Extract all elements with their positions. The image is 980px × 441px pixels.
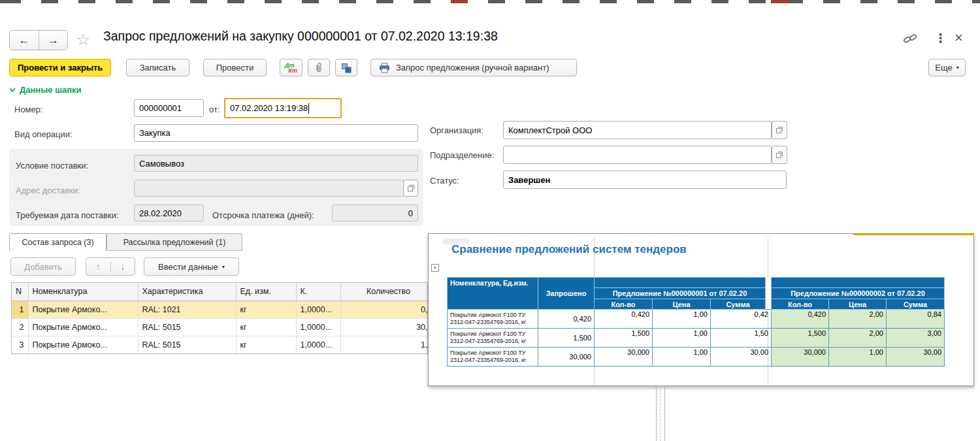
offer1-price-header: Цена	[653, 299, 711, 310]
move-row-buttons: ↑ ↓	[86, 257, 135, 276]
offer2-price-header: Цена	[829, 299, 887, 310]
postings-dtkt-button[interactable]: ДтКт	[280, 59, 302, 76]
cmp-data-row: Покрытие Армокот F100 ТУ2312-047-2335476…	[448, 310, 945, 329]
text-caret	[308, 103, 309, 114]
cmp-header-row-1: Номенклатура, Ед.изм. Запрошено	[448, 278, 945, 288]
page-gap	[766, 278, 772, 310]
delivery-condition-label: Условие поставки:	[16, 161, 88, 171]
department-label: Подразделение:	[430, 150, 494, 160]
col-nomenclature[interactable]: Номенклатура	[28, 283, 138, 301]
move-down-button[interactable]: ↓	[110, 261, 135, 272]
nomenclature-cell: Покрытие Армокот F100 ТУ2312-047-2335476…	[448, 310, 538, 329]
forward-button[interactable]: →	[39, 31, 67, 50]
number-field[interactable]: 000000001	[134, 99, 204, 117]
arrow-down-icon: ↓	[111, 261, 135, 272]
date-field[interactable]: 07.02.2020 13:19:38	[224, 98, 342, 118]
more-actions-label: Еще	[935, 63, 952, 73]
table-row[interactable]: 3 Покрытие Армоко... RAL: 5015 кг 1,0000…	[12, 336, 428, 353]
post-and-close-button[interactable]: Провести и закрыть	[9, 59, 111, 76]
delivery-condition-field[interactable]: Самовывоз	[134, 155, 418, 172]
more-actions-button[interactable]: Еще ▾	[928, 59, 966, 76]
table-row[interactable]: 2 Покрытие Армоко... RAL: 5015 кг 1,0000…	[12, 318, 428, 336]
open-field-icon	[776, 151, 783, 159]
nomenclature-cell: Покрытие Армокот F100 ТУ2312-047-2335476…	[448, 329, 538, 348]
forward-icon: →	[48, 34, 59, 47]
col-qty[interactable]: Количество	[340, 283, 428, 301]
items-table: N Номенклатура Характеристика Ед. изм. К…	[11, 282, 428, 354]
related-documents-button[interactable]	[335, 59, 357, 76]
open-field-icon	[776, 126, 783, 134]
number-label: Номер:	[14, 105, 43, 114]
attachments-button[interactable]	[308, 59, 330, 76]
offer2-header: Предложение №000000002 от 07.02.20	[772, 288, 945, 299]
header-data-label: Данные шапки	[20, 85, 82, 95]
offer1-header-spacer	[595, 278, 766, 288]
structure-icon	[341, 63, 351, 73]
arrow-up-icon: ↑	[86, 261, 110, 272]
page-title: Запрос предложений на закупку 000000001 …	[103, 29, 498, 44]
organization-label: Организация:	[430, 125, 483, 135]
enter-data-button[interactable]: Ввести данные ▾	[144, 257, 239, 276]
comparison-window: + Сравнение предложений систем тендеров …	[428, 233, 974, 386]
cmp-data-row: Покрытие Армокот F100 ТУ2312-047-2335476…	[448, 348, 945, 367]
status-label: Статус:	[430, 176, 459, 186]
cropped-tabstrip	[0, 0, 980, 3]
col-k[interactable]: К.	[296, 283, 340, 301]
nomenclature-cell: Покрытие Армокот F100 ТУ2312-047-2335476…	[448, 348, 538, 367]
tab-proposal-mailing[interactable]: Рассылка предложений (1)	[106, 233, 242, 251]
delivery-address-field[interactable]	[134, 180, 404, 197]
background-window-edge	[656, 386, 657, 441]
open-field-icon	[407, 184, 415, 192]
move-up-button[interactable]: ↑	[86, 261, 110, 272]
cropped-tabstrip-red-dash	[771, 0, 788, 3]
payment-delay-label: Отсрочка платежа (дней):	[212, 210, 314, 220]
post-button[interactable]: Провести	[203, 59, 267, 76]
printer-icon	[379, 63, 390, 73]
comparison-table: Номенклатура, Ед.изм. Запрошено Предложе…	[447, 277, 945, 367]
offer1-qty-header: Кол-во	[595, 299, 653, 310]
background-window-edge	[664, 386, 665, 441]
offer2-header-spacer	[772, 278, 945, 288]
background-window-dashed-edge	[660, 386, 661, 441]
department-field[interactable]	[503, 146, 772, 164]
offer2-qty-header: Кол-во	[772, 299, 829, 310]
delivery-address-label: Адрес доставки:	[16, 186, 80, 195]
offer1-header: Предложение №000000001 от 07.02.20	[595, 288, 766, 299]
window-top-accent	[853, 233, 974, 235]
col-requested: Запрошено	[538, 278, 595, 310]
offer1-sum-header: Сумма	[711, 299, 766, 310]
cmp-data-row: Покрытие Армокот F100 ТУ2312-047-2335476…	[448, 329, 945, 348]
offer2-sum-header: Сумма	[887, 299, 945, 310]
organization-field[interactable]: КомплектСтрой ООО	[503, 121, 772, 139]
back-icon: ←	[19, 34, 30, 47]
dtkt-icon: ДтКт	[285, 63, 298, 73]
col-unit[interactable]: Ед. изм.	[236, 283, 296, 301]
status-field[interactable]: Завершен	[503, 171, 787, 189]
items-header-row: N Номенклатура Характеристика Ед. изм. К…	[12, 283, 428, 301]
back-button[interactable]: ←	[10, 31, 39, 50]
print-request-label: Запрос предложения (ручной вариант)	[396, 63, 549, 73]
group-expand-button[interactable]: +	[431, 264, 439, 272]
required-date-label: Требуемая дата поставки:	[16, 210, 119, 220]
more-menu-icon[interactable]: ⋮	[934, 31, 947, 46]
comparison-title: Сравнение предложений систем тендеров	[451, 243, 687, 256]
favorite-star-icon[interactable]: ☆	[76, 30, 90, 49]
save-button[interactable]: Записать	[126, 59, 189, 76]
copy-link-icon[interactable]	[903, 33, 917, 44]
col-n[interactable]: N	[12, 283, 28, 301]
paperclip-icon	[314, 62, 324, 73]
cropped-tabstrip-red-dash	[451, 0, 468, 3]
table-row[interactable]: 1 Покрытие Армоко... RAL: 1021 кг 1,0000…	[12, 301, 428, 318]
payment-delay-field[interactable]: 0	[332, 204, 418, 221]
delivery-address-open-button[interactable]	[403, 180, 418, 197]
add-row-button[interactable]: Добавить	[10, 257, 76, 276]
tab-request-content[interactable]: Состав запроса (3)	[9, 233, 106, 251]
operation-kind-field[interactable]: Закупка	[134, 124, 418, 142]
header-data-expander[interactable]: Данные шапки	[9, 85, 82, 95]
required-date-field[interactable]: 28.02.2020	[134, 204, 204, 221]
department-open-button[interactable]	[772, 146, 787, 164]
col-characteristic[interactable]: Характеристика	[138, 283, 236, 301]
organization-open-button[interactable]	[772, 121, 787, 139]
close-icon[interactable]: ×	[955, 29, 963, 46]
print-request-button[interactable]: Запрос предложения (ручной вариант)	[370, 59, 577, 76]
